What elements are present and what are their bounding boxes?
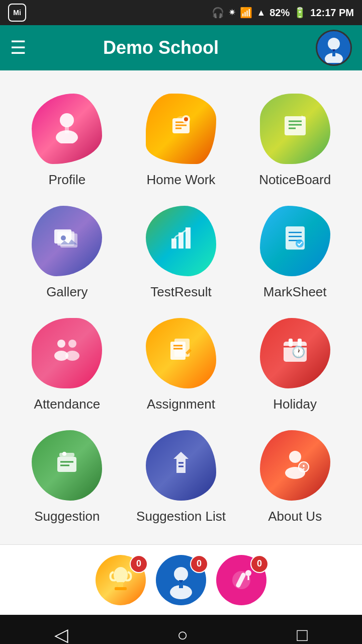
testresult-icon (163, 220, 199, 262)
mi-logo: Mi (8, 4, 26, 22)
holiday-icon: 🕐 (278, 333, 313, 374)
svg-point-48 (62, 452, 66, 456)
status-right: 🎧 ✴ 📶 ▲ 82% 🔋 12:17 PM (212, 7, 354, 19)
wifi-icon: 📶 (240, 7, 252, 19)
svg-rect-58 (118, 582, 123, 587)
profile-badge: 0 (190, 555, 208, 573)
gallery-label: Gallery (46, 284, 87, 300)
signal-icon: ▲ (256, 8, 265, 18)
menu-item-homework[interactable]: Home Work (124, 86, 238, 198)
attendance-blob (32, 318, 102, 388)
suggestionlist-icon (163, 445, 199, 486)
attendance-icon (49, 333, 84, 374)
testresult-label: TestResult (150, 284, 211, 300)
svg-rect-44 (57, 457, 76, 472)
user-avatar[interactable] (316, 30, 352, 66)
pink-badge: 0 (250, 555, 268, 573)
svg-point-4 (60, 113, 74, 127)
suggestionlist-label: Suggestion List (136, 509, 226, 524)
profile-blob (32, 94, 102, 164)
system-nav-bar: ◁ ○ □ (0, 615, 362, 644)
status-bar: Mi 🎧 ✴ 📶 ▲ 82% 🔋 12:17 PM (0, 0, 362, 25)
svg-point-13 (184, 117, 188, 121)
svg-rect-6 (65, 126, 69, 133)
assignment-label: Assignment (147, 396, 215, 412)
profile-label: Profile (48, 172, 85, 188)
svg-rect-59 (115, 587, 127, 590)
assignment-blob (146, 318, 216, 388)
noticeboard-label: NoticeBoard (259, 172, 331, 188)
aboutus-label: About Us (268, 509, 322, 524)
suggestion-icon (49, 445, 84, 486)
trophy-badge: 0 (130, 555, 148, 573)
aboutus-blob (260, 430, 330, 501)
menu-item-gallery[interactable]: Gallery (10, 198, 124, 310)
svg-point-52 (289, 451, 301, 463)
holiday-label: Holiday (273, 396, 317, 412)
menu-item-marksheet[interactable]: MarkSheet (238, 198, 352, 310)
home-button[interactable]: ○ (177, 624, 188, 644)
svg-point-33 (68, 340, 76, 348)
gallery-icon (49, 220, 84, 262)
menu-item-profile[interactable]: Profile (10, 86, 124, 198)
headphone-icon: 🎧 (212, 7, 224, 19)
bottom-action-bar: 0 0 (0, 544, 362, 615)
marksheet-blob (260, 206, 330, 276)
bluetooth-icon: ✴ (228, 7, 236, 18)
svg-rect-45 (59, 453, 74, 457)
marksheet-label: MarkSheet (263, 284, 327, 300)
svg-point-65 (245, 570, 251, 576)
menu-item-assignment[interactable]: Assignment (124, 310, 238, 422)
suggestion-label: Suggestion (34, 509, 100, 524)
holiday-blob: 🕐 (260, 318, 330, 388)
svg-point-30 (296, 239, 304, 248)
trophy-action[interactable]: 0 (96, 555, 146, 605)
svg-point-34 (65, 351, 79, 361)
svg-text:🕐: 🕐 (292, 345, 306, 359)
assignment-icon (163, 333, 199, 374)
top-bar: ☰ Demo School (0, 25, 362, 70)
menu-item-suggestion[interactable]: Suggestion (10, 422, 124, 534)
noticeboard-blob (260, 94, 330, 164)
svg-point-0 (328, 38, 340, 50)
profile-icon (49, 108, 84, 149)
time-display: 12:17 PM (310, 7, 354, 19)
status-left: Mi (8, 4, 26, 22)
testresult-blob (146, 206, 216, 276)
homework-icon (163, 108, 199, 149)
menu-item-attendance[interactable]: Attendance (10, 310, 124, 422)
menu-item-aboutus[interactable]: About Us (238, 422, 352, 534)
svg-point-31 (57, 340, 65, 348)
app-title: Demo School (26, 37, 296, 58)
homework-label: Home Work (147, 172, 216, 188)
menu-item-noticeboard[interactable]: NoticeBoard (238, 86, 352, 198)
suggestion-blob (32, 430, 102, 501)
noticeboard-icon (278, 108, 313, 149)
menu-item-suggestionlist[interactable]: Suggestion List (124, 422, 238, 534)
recent-button[interactable]: □ (297, 624, 308, 644)
back-button[interactable]: ◁ (54, 624, 68, 644)
homework-blob (146, 94, 216, 164)
svg-point-60 (174, 567, 188, 581)
hamburger-menu-icon[interactable]: ☰ (10, 39, 26, 57)
menu-item-holiday[interactable]: 🕐Holiday (238, 310, 352, 422)
attendance-label: Attendance (34, 396, 101, 412)
aboutus-icon (278, 445, 313, 486)
battery-level: 82% (269, 7, 290, 19)
pink-action[interactable]: 0 (216, 555, 266, 605)
svg-point-22 (61, 235, 66, 240)
menu-grid: ProfileHome WorkNoticeBoardGalleryTestRe… (10, 86, 352, 534)
marksheet-icon (278, 220, 313, 262)
menu-item-testresult[interactable]: TestResult (124, 198, 238, 310)
suggestionlist-blob (146, 430, 216, 501)
battery-icon: 🔋 (294, 7, 306, 19)
main-content: ProfileHome WorkNoticeBoardGalleryTestRe… (0, 70, 362, 544)
profile-action[interactable]: 0 (156, 555, 206, 605)
gallery-blob (32, 206, 102, 276)
